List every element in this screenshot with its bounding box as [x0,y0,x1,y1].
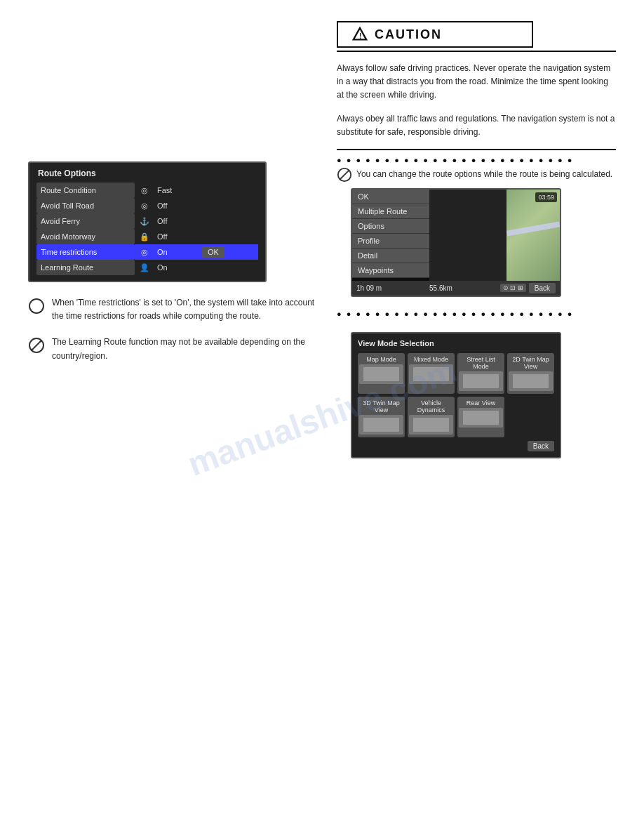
row-icon: ◎ [135,183,154,198]
menu-item-detail[interactable]: Detail [352,249,429,263]
row-icon: 👤 [135,260,154,275]
dots-row-2: ● ● ● ● ● ● ● ● ● ● ● ● ● ● ● ● ● ● ● ● … [337,310,616,318]
view-grid-row1: Map Mode Mixed Mode Street List Mode 2D … [358,353,554,394]
view-btn-empty [507,397,554,437]
caution-title: CAUTION [375,27,442,42]
dots-2: ● ● ● ● ● ● ● ● ● ● ● ● ● ● ● ● ● ● ● ● … [337,310,573,318]
view-back-area: Back [358,440,554,451]
nav-map-area: 03:59 [507,190,560,281]
view-btn-label: Mixed Mode [409,356,453,363]
svg-point-0 [29,299,43,313]
view-btn-map-mode[interactable]: Map Mode [358,353,405,394]
page: Route Options Route Condition ◎ Fast Avo… [0,0,644,834]
nav-back-button[interactable]: Back [529,283,556,293]
row-icon: 🔒 [135,229,154,244]
view-thumb [359,364,403,384]
row-label: Avoid Toll Road [36,198,135,213]
view-thumb [409,415,453,435]
view-btn-mixed-mode[interactable]: Mixed Mode [408,353,455,394]
dots-1: ● ● ● ● ● ● ● ● ● ● ● ● ● ● ● ● ● ● ● ● … [337,156,573,164]
caution-triangle-icon: ! [352,27,368,42]
nav-duration: 1h 09 m [356,284,382,292]
svg-text:!: ! [359,32,361,40]
nav-road [507,221,560,236]
table-row: Avoid Toll Road ◎ Off [36,198,258,213]
row-label: Route Condition [36,183,135,198]
view-btn-label: Street List Mode [459,356,503,370]
view-grid-row2: 3D Twin Map View Vehicle Dynamics Rear V… [358,397,554,437]
menu-item-profile[interactable]: Profile [352,234,429,249]
table-row: Route Condition ◎ Fast [36,183,258,198]
menu-item-options[interactable]: Options [352,219,429,234]
nav-menu: OK Multiple Route Options Profile Detail… [352,190,429,281]
circle-slash-icon [28,337,45,354]
row-value: Fast [154,183,196,198]
nav-screenshot: OK Multiple Route Options Profile Detail… [351,188,561,297]
route-options-title: Route Options [36,168,258,178]
row-value: Off [154,229,196,244]
row-label: Time restrictions [36,244,135,260]
view-btn-label: Vehicle Dynamics [409,399,453,413]
view-btn-label: Rear View [459,399,503,406]
row-label: Learning Route [36,260,135,275]
caution-paragraph-1: Always follow safe driving practices. Ne… [337,62,616,102]
route-options-table: Route Condition ◎ Fast Avoid Toll Road ◎… [36,183,258,275]
row-label: Avoid Motorway [36,229,135,244]
view-mode-screenshot: View Mode Selection Map Mode Mixed Mode … [351,332,561,458]
table-row: Avoid Ferry ⚓ Off [36,213,258,229]
row-icon: ⚓ [135,213,154,229]
nav-distance: 55.6km [429,284,452,292]
note-text-1: When 'Time restrictions' is set to 'On',… [52,296,323,323]
caution-box: ! CAUTION [337,21,533,48]
view-btn-3d-twin[interactable]: 3D Twin Map View [358,397,405,437]
nav-status-icons: ⊙ ⊡ ⊞ [500,284,526,292]
view-btn-vehicle-dynamics[interactable]: Vehicle Dynamics [408,397,455,437]
view-btn-rear-view[interactable]: Rear View [457,397,504,437]
menu-item-ok[interactable]: OK [352,190,429,204]
view-btn-street-list[interactable]: Street List Mode [457,353,504,394]
note-block-1: When 'Time restrictions' is set to 'On',… [28,296,323,323]
view-thumb [459,408,503,428]
row-icon: ◎ [135,198,154,213]
menu-item-multiple-route[interactable]: Multiple Route [352,204,429,219]
section-divider [337,149,616,150]
view-back-button[interactable]: Back [528,441,554,451]
dots-row-1: ● ● ● ● ● ● ● ● ● ● ● ● ● ● ● ● ● ● ● ● … [337,156,616,164]
view-btn-2d-twin[interactable]: 2D Twin Map View [507,353,554,394]
table-row: Learning Route 👤 On [36,260,258,275]
row-value: On [154,260,196,275]
view-thumb [509,371,553,391]
note-text-right: You can change the route options while t… [356,168,612,181]
nav-bottom-bar: 1h 09 m 55.6km ⊙ ⊡ ⊞ Back [352,281,560,296]
caution-underline [337,51,616,52]
table-row-highlighted: Time restrictions ◎ On OK [36,244,258,260]
row-icon: ◎ [135,244,154,260]
note-block-2: The Learning Route function may not be a… [28,336,323,362]
svg-line-6 [340,171,349,180]
svg-line-2 [32,340,41,350]
row-value: Off [154,198,196,213]
route-options-screenshot: Route Options Route Condition ◎ Fast Avo… [28,161,267,282]
view-thumb [409,364,453,384]
right-column: ! CAUTION Always follow safe driving pra… [337,21,616,813]
caution-paragraph-2: Always obey all traffic laws and regulat… [337,112,616,139]
row-label: Avoid Ferry [36,213,135,229]
left-column: Route Options Route Condition ◎ Fast Avo… [28,21,323,813]
circle-icon [28,298,45,315]
view-btn-label: 3D Twin Map View [359,399,403,413]
view-mode-title: View Mode Selection [358,339,554,348]
menu-item-waypoints[interactable]: Waypoints [352,263,429,278]
note-icon-1 [337,167,352,183]
note-text-2: The Learning Route function may not be a… [52,336,323,362]
table-row: Avoid Motorway 🔒 Off [36,229,258,244]
view-thumb [359,415,403,435]
ok-button[interactable]: OK [202,246,224,258]
view-btn-label: 2D Twin Map View [509,356,553,370]
view-btn-label: Map Mode [359,356,403,363]
row-value: Off [154,213,196,229]
view-thumb [459,371,503,391]
nav-time: 03:59 [535,192,557,202]
row-value: On [154,244,196,260]
